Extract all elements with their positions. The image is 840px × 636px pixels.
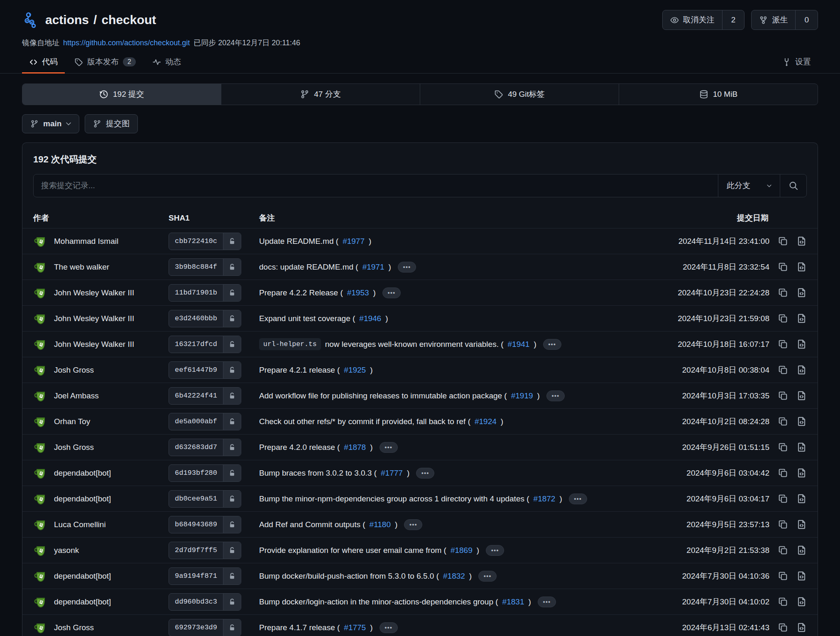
- commit-ellipsis-button[interactable]: •••: [569, 494, 587, 504]
- copy-sha-button[interactable]: [778, 287, 788, 298]
- commit-sha-badge[interactable]: de5a000abf: [169, 413, 241, 430]
- branch-filter-dropdown[interactable]: 此分支: [718, 174, 780, 197]
- browse-source-button[interactable]: [796, 494, 807, 504]
- commit-ellipsis-button[interactable]: •••: [416, 468, 434, 479]
- stat-size[interactable]: 10 MiB: [619, 84, 818, 105]
- commit-ellipsis-button[interactable]: •••: [543, 339, 561, 350]
- browse-source-button[interactable]: [796, 287, 807, 298]
- copy-sha-button[interactable]: [778, 597, 788, 607]
- commit-ellipsis-button[interactable]: •••: [380, 622, 398, 633]
- copy-sha-button[interactable]: [778, 468, 788, 478]
- commit-sha-badge[interactable]: 11bd71901b: [169, 284, 241, 302]
- fork-count[interactable]: 0: [795, 10, 818, 29]
- watch-count[interactable]: 2: [722, 10, 744, 29]
- pr-link[interactable]: #1878: [344, 443, 366, 452]
- commit-message: docs: update README.md (#1971) •••: [259, 262, 639, 273]
- copy-sha-button[interactable]: [778, 313, 788, 324]
- commit-sha-badge[interactable]: 6d193bf280: [169, 464, 241, 482]
- commit-ellipsis-button[interactable]: •••: [538, 597, 556, 607]
- commit-sha-badge[interactable]: cbb722410c: [169, 233, 241, 250]
- copy-sha-button[interactable]: [778, 390, 788, 401]
- browse-source-button[interactable]: [796, 236, 807, 246]
- commit-sha-badge[interactable]: eef61447b9: [169, 361, 241, 379]
- pr-link[interactable]: #1941: [508, 340, 530, 349]
- browse-source-button[interactable]: [796, 313, 807, 324]
- tab-code[interactable]: 代码: [22, 50, 65, 74]
- commit-sha-badge[interactable]: 163217dfcd: [169, 336, 241, 353]
- copy-sha-button[interactable]: [778, 365, 788, 375]
- browse-source-button[interactable]: [796, 339, 807, 349]
- commit-ellipsis-button[interactable]: •••: [404, 519, 422, 530]
- commit-sha-badge[interactable]: 692973e3d9: [169, 619, 241, 636]
- commit-sha-badge[interactable]: 6b42224f41: [169, 387, 241, 405]
- repo-name-link[interactable]: checkout: [101, 13, 156, 27]
- tab-settings[interactable]: 设置: [775, 50, 818, 74]
- browse-source-button[interactable]: [796, 622, 807, 633]
- fork-button[interactable]: 派生: [752, 10, 795, 29]
- fork-button-group: 派生 0: [751, 10, 818, 30]
- pr-link[interactable]: #1831: [502, 597, 524, 607]
- copy-sha-button[interactable]: [778, 262, 788, 272]
- pr-link[interactable]: #1180: [370, 520, 391, 529]
- browse-source-button[interactable]: [796, 416, 807, 427]
- commit-ellipsis-button[interactable]: •••: [382, 287, 401, 298]
- pr-link[interactable]: #1953: [347, 288, 369, 297]
- unwatch-button[interactable]: 取消关注: [663, 10, 722, 29]
- tab-releases[interactable]: 版本发布 2: [67, 50, 143, 74]
- commit-sha-badge[interactable]: 2d7d9f7ff5: [169, 542, 241, 559]
- commit-graph-button[interactable]: 提交图: [85, 114, 138, 133]
- pr-link[interactable]: #1977: [343, 237, 365, 246]
- copy-sha-button[interactable]: [778, 494, 788, 504]
- stat-branches[interactable]: 47 分支: [221, 84, 420, 105]
- browse-source-button[interactable]: [796, 442, 807, 452]
- search-input[interactable]: [34, 174, 718, 197]
- branch-selector[interactable]: main: [22, 114, 79, 133]
- pr-link[interactable]: #1919: [511, 391, 533, 400]
- commit-ellipsis-button[interactable]: •••: [398, 262, 416, 273]
- browse-source-button[interactable]: [796, 597, 807, 607]
- pr-link[interactable]: #1872: [534, 494, 556, 503]
- stat-tags[interactable]: 49 Git标签: [420, 84, 619, 105]
- commit-sha-badge[interactable]: 9a9194f871: [169, 567, 241, 585]
- browse-source-button[interactable]: [796, 571, 807, 581]
- pr-link[interactable]: #1777: [381, 469, 403, 478]
- commit-ellipsis-button[interactable]: •••: [486, 545, 504, 556]
- commit-sha-badge[interactable]: d632683dd7: [169, 439, 241, 456]
- copy-sha-button[interactable]: [778, 571, 788, 581]
- tab-activity[interactable]: 动态: [145, 50, 188, 74]
- browse-source-button[interactable]: [796, 390, 807, 401]
- copy-sha-button[interactable]: [778, 416, 788, 427]
- commit-ellipsis-button[interactable]: •••: [546, 390, 565, 401]
- pr-link[interactable]: #1832: [443, 572, 465, 581]
- browse-source-button[interactable]: [796, 262, 807, 272]
- copy-sha-button[interactable]: [778, 442, 788, 452]
- commit-ellipsis-button[interactable]: •••: [478, 571, 497, 582]
- browse-source-button[interactable]: [796, 519, 807, 530]
- commit-ellipsis-button[interactable]: •••: [380, 442, 398, 453]
- commit-sha-badge[interactable]: b684943689: [169, 516, 241, 533]
- pr-link[interactable]: #1924: [475, 417, 497, 426]
- pr-link[interactable]: #1869: [451, 546, 473, 555]
- search-button[interactable]: [780, 174, 806, 197]
- copy-sha-button[interactable]: [778, 519, 788, 530]
- copy-sha-button[interactable]: [778, 622, 788, 633]
- stat-commits[interactable]: 192 提交: [22, 84, 221, 105]
- commit-sha-badge[interactable]: dd960bd3c3: [169, 593, 241, 611]
- pr-link[interactable]: #1925: [344, 366, 366, 375]
- pr-link[interactable]: #1971: [362, 263, 384, 272]
- commit-sha-badge[interactable]: db0cee9a51: [169, 490, 241, 508]
- repo-owner-link[interactable]: actions: [45, 13, 89, 27]
- commit-sha-badge[interactable]: 3b9b8c884f: [169, 258, 241, 276]
- avatar: [33, 569, 48, 584]
- browse-source-button[interactable]: [796, 365, 807, 375]
- commit-sha-badge[interactable]: e3d2460bbb: [169, 310, 241, 327]
- copy-sha-button[interactable]: [778, 339, 788, 349]
- browse-source-button[interactable]: [796, 545, 807, 555]
- pr-link[interactable]: #1775: [344, 623, 366, 632]
- commit-author-name: yasonk: [54, 546, 79, 555]
- copy-sha-button[interactable]: [778, 545, 788, 555]
- pr-link[interactable]: #1946: [359, 314, 381, 323]
- mirror-url-link[interactable]: https://github.com/actions/checkout.git: [63, 39, 190, 47]
- copy-sha-button[interactable]: [778, 236, 788, 246]
- browse-source-button[interactable]: [796, 468, 807, 478]
